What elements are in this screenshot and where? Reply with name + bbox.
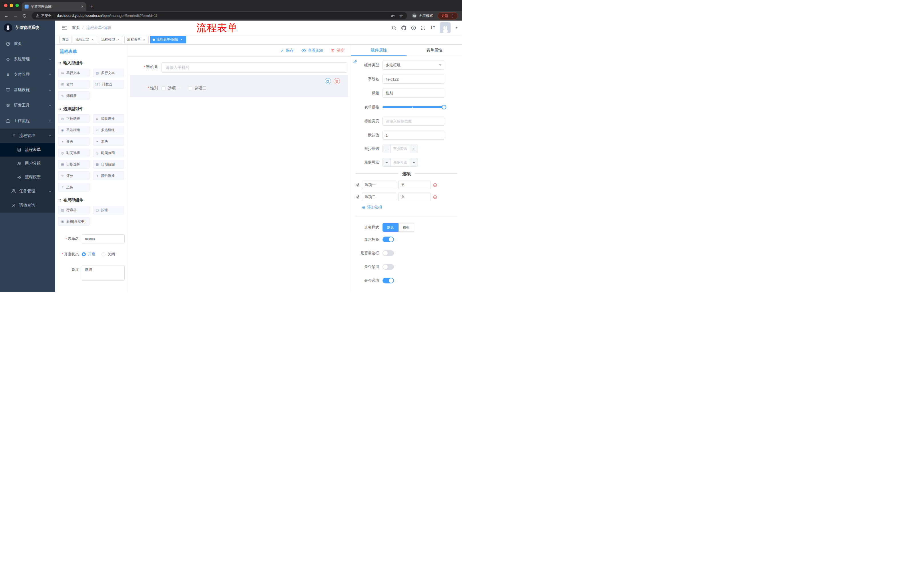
option-value-input[interactable] — [398, 192, 431, 201]
remove-option-icon[interactable]: ⊖ — [433, 194, 437, 200]
browser-tab[interactable]: 芋道管理系统 × — [22, 2, 86, 11]
tag-process-form-edit[interactable]: 流程表单-编辑 × — [150, 36, 186, 43]
style-button-button[interactable]: 按钮 — [399, 223, 414, 232]
sidebar-item-infra[interactable]: 基础设施 — [0, 82, 55, 98]
font-size-icon[interactable]: TT — [430, 25, 435, 30]
palette-item[interactable]: ◶ 时间范围 — [93, 148, 124, 157]
reload-icon[interactable] — [22, 14, 26, 18]
hamburger-icon[interactable] — [62, 25, 67, 30]
palette-item[interactable]: ◐ 开关 — [58, 137, 89, 146]
user-avatar[interactable] — [440, 22, 450, 33]
required-switch[interactable] — [383, 278, 394, 283]
palette-item[interactable]: ☑ 多选框组 — [93, 126, 124, 134]
sidebar-item-workflow[interactable]: 工作流程 — [0, 113, 55, 128]
max-select-input[interactable] — [391, 158, 410, 166]
style-default-button[interactable]: 默认 — [383, 223, 399, 232]
palette-item[interactable]: ⊟ 级联选择 — [93, 114, 124, 123]
component-type-select[interactable] — [383, 61, 444, 70]
palette-item[interactable]: ◎ 下拉选择 — [58, 114, 89, 123]
copy-widget-button[interactable] — [325, 78, 331, 84]
clear-button[interactable]: 清空 — [331, 48, 345, 53]
disabled-switch[interactable] — [383, 264, 394, 270]
back-button[interactable]: ← — [4, 13, 8, 18]
fullscreen-icon[interactable] — [421, 25, 426, 30]
palette-item[interactable]: ▦ 日期选择 — [58, 160, 89, 169]
tag-close-icon[interactable]: × — [116, 38, 120, 42]
palette-item[interactable]: ◑ 颜色选择 — [93, 171, 124, 180]
form-name-input[interactable] — [82, 234, 125, 243]
sidebar-item-leave-query[interactable]: 请假查询 — [0, 198, 55, 212]
default-value-input[interactable] — [383, 131, 444, 140]
help-icon[interactable]: ? — [411, 25, 416, 30]
forward-button[interactable]: → — [13, 13, 18, 18]
palette-item[interactable]: 123 计数器 — [93, 80, 124, 89]
save-button[interactable]: ✓ 保存 — [281, 48, 294, 53]
label-width-input[interactable] — [383, 117, 444, 126]
border-switch[interactable] — [383, 250, 394, 256]
tag-home[interactable]: 首页 — [59, 36, 71, 43]
tag-close-icon[interactable]: × — [91, 38, 95, 42]
sidebar-item-pay[interactable]: ¥ 支付管理 — [0, 67, 55, 82]
decrease-button[interactable]: − — [383, 145, 391, 153]
remove-option-icon[interactable]: ⊖ — [433, 182, 437, 188]
option-label-input[interactable] — [362, 192, 396, 201]
add-option-button[interactable]: ⊕ 添加选项 — [362, 204, 459, 210]
option-drag-icon[interactable] — [356, 195, 360, 199]
security-indicator[interactable]: 不安全 — [36, 13, 51, 18]
min-select-input[interactable] — [391, 145, 410, 153]
tag-process-definition[interactable]: 流程定义 × — [73, 36, 97, 43]
palette-item[interactable]: ⇪ 上传 — [58, 183, 89, 191]
status-radio-off[interactable]: 关闭 — [101, 252, 115, 257]
sidebar-item-system[interactable]: ⚙ 系统管理 — [0, 51, 55, 67]
increase-button[interactable]: + — [410, 145, 418, 153]
checkbox-icon[interactable] — [188, 86, 192, 90]
decrease-button[interactable]: − — [383, 158, 391, 166]
address-bar[interactable]: 不安全 dashboard.yudao.iocoder.cn/bpm/manag… — [32, 12, 407, 20]
increase-button[interactable]: + — [410, 158, 418, 166]
slider-track[interactable] — [383, 106, 444, 108]
tab-close-icon[interactable]: × — [81, 5, 84, 8]
avatar-dropdown-caret-icon[interactable] — [455, 27, 458, 29]
status-radio-on[interactable]: 开启 — [82, 252, 95, 257]
link-icon[interactable] — [353, 60, 357, 64]
show-label-switch[interactable] — [383, 237, 394, 242]
palette-item[interactable]: ▭ 单行文本 — [58, 69, 89, 77]
option-drag-icon[interactable] — [356, 183, 360, 187]
sidebar-item-user-group[interactable]: 用户分组 — [0, 156, 55, 170]
remark-textarea[interactable]: 嘿嘿 — [82, 265, 125, 281]
sidebar-item-home[interactable]: 首页 — [0, 36, 55, 51]
tag-process-model[interactable]: 流程模型 × — [99, 36, 123, 43]
sidebar-item-devtools[interactable]: ⚒ 研发工具 — [0, 98, 55, 113]
palette-item[interactable]: ⊞ 表格[开发中] — [58, 217, 89, 226]
browser-menu-icon[interactable]: ⋮ — [451, 14, 455, 18]
tab-form-props[interactable]: 表单属性 — [406, 44, 462, 56]
component-type-value[interactable] — [383, 61, 444, 70]
password-key-icon[interactable] — [391, 13, 395, 18]
github-icon[interactable] — [401, 25, 406, 30]
checkbox-icon[interactable] — [162, 86, 165, 90]
slider-handle[interactable] — [442, 105, 446, 109]
sidebar-item-task-mgmt[interactable]: 任务管理 — [0, 184, 55, 198]
palette-item[interactable]: ▤ 多行文本 — [93, 69, 124, 77]
delete-widget-button[interactable] — [333, 78, 340, 84]
tag-close-icon[interactable]: × — [142, 38, 146, 42]
window-close-button[interactable] — [4, 4, 7, 7]
sidebar-item-process-model[interactable]: 流程模型 — [0, 170, 55, 184]
window-minimize-button[interactable] — [10, 4, 13, 7]
tab-component-props[interactable]: 组件属性 — [351, 44, 406, 56]
palette-item[interactable]: ◉ 单选框组 — [58, 126, 89, 134]
palette-item[interactable]: ▢ 按钮 — [93, 206, 124, 214]
new-tab-button[interactable]: + — [90, 4, 94, 10]
search-icon[interactable] — [392, 25, 396, 30]
title-input[interactable] — [383, 89, 444, 98]
selected-widget-gender[interactable]: *性别 选项一 选项二 — [130, 75, 348, 97]
palette-item[interactable]: ☆ 评分 — [58, 171, 89, 180]
palette-item[interactable]: ▩ 日期范围 — [93, 160, 124, 169]
field-name-input[interactable] — [383, 74, 444, 84]
window-zoom-button[interactable] — [15, 4, 19, 7]
sidebar-item-process-mgmt[interactable]: 流程管理 — [0, 128, 55, 143]
option-value-input[interactable] — [398, 181, 431, 189]
gender-option-1[interactable]: 选项一 — [162, 86, 180, 91]
view-json-button[interactable]: 查看json — [301, 48, 323, 53]
option-label-input[interactable] — [362, 181, 396, 189]
